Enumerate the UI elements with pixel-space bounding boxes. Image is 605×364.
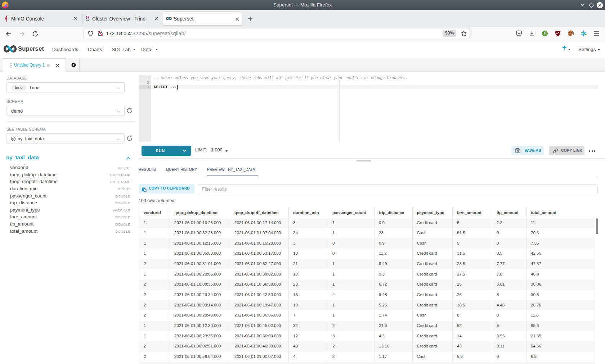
- svg-text:uO: uO: [556, 32, 559, 35]
